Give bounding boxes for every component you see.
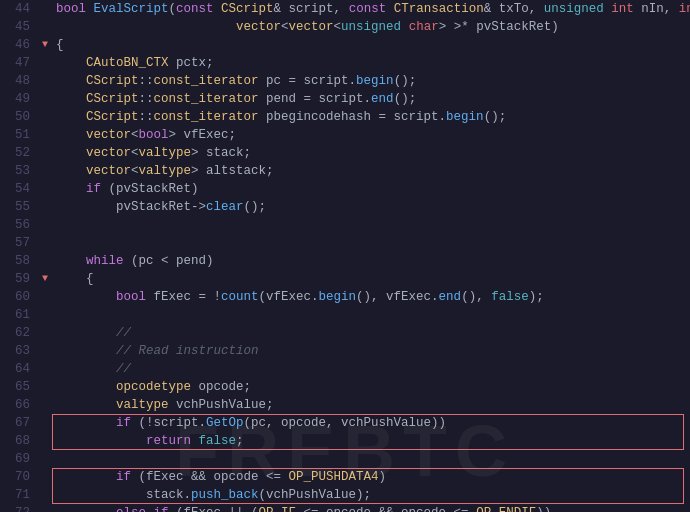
token bbox=[56, 254, 86, 268]
token: while bbox=[86, 254, 124, 268]
line-content: // Read instruction bbox=[52, 342, 690, 360]
token: vector bbox=[289, 20, 334, 34]
line-content: opcodetype opcode; bbox=[52, 378, 690, 396]
line-number: 48 bbox=[0, 72, 38, 90]
table-row: 48 CScript::const_iterator pc = script.b… bbox=[0, 72, 690, 90]
token: :: bbox=[139, 74, 154, 88]
table-row: 46▼{ bbox=[0, 36, 690, 54]
line-content bbox=[52, 450, 690, 468]
token: begin bbox=[319, 290, 357, 304]
token: // Read instruction bbox=[116, 344, 259, 358]
line-number: 47 bbox=[0, 54, 38, 72]
token bbox=[56, 182, 86, 196]
line-number: 45 bbox=[0, 18, 38, 36]
line-number: 69 bbox=[0, 450, 38, 468]
token: vchPushValue; bbox=[169, 398, 274, 412]
table-row: 63 // Read instruction bbox=[0, 342, 690, 360]
line-number: 46 bbox=[0, 36, 38, 54]
line-content: // bbox=[52, 324, 690, 342]
table-row: 57 bbox=[0, 234, 690, 252]
token: opcode; bbox=[191, 380, 251, 394]
line-content: vector<bool> vfExec; bbox=[52, 126, 690, 144]
token: false bbox=[199, 434, 237, 448]
token: :: bbox=[139, 92, 154, 106]
line-number: 49 bbox=[0, 90, 38, 108]
token: OP_ENDIF bbox=[476, 506, 536, 512]
table-row: 50 CScript::const_iterator pbegincodehas… bbox=[0, 108, 690, 126]
table-row: 53 vector<valtype> altstack; bbox=[0, 162, 690, 180]
line-number: 54 bbox=[0, 180, 38, 198]
line-content bbox=[52, 216, 690, 234]
token: vector bbox=[86, 128, 131, 142]
token: valtype bbox=[139, 146, 192, 160]
token: if bbox=[116, 470, 131, 484]
token: ; bbox=[236, 434, 244, 448]
token: unsigned bbox=[544, 2, 604, 16]
line-content: CScript::const_iterator pend = script.en… bbox=[52, 90, 690, 108]
token: const_iterator bbox=[154, 74, 259, 88]
token: (pc, opcode, vchPushValue)) bbox=[244, 416, 447, 430]
token bbox=[56, 506, 116, 512]
token: CScript bbox=[221, 2, 274, 16]
token: (); bbox=[394, 74, 417, 88]
token bbox=[56, 128, 86, 142]
token: CScript bbox=[86, 92, 139, 106]
gutter-icon: ▼ bbox=[38, 270, 52, 288]
token: (pvStackRet) bbox=[101, 182, 199, 196]
token: const bbox=[349, 2, 387, 16]
token: return bbox=[146, 434, 191, 448]
token: (); bbox=[394, 92, 417, 106]
token: { bbox=[56, 38, 64, 52]
table-row: 66 valtype vchPushValue; bbox=[0, 396, 690, 414]
token: push_back bbox=[191, 488, 259, 502]
token: (fExec && opcode <= bbox=[131, 470, 289, 484]
token: < bbox=[131, 128, 139, 142]
token: OP_IF bbox=[259, 506, 297, 512]
token: opcodetype bbox=[116, 380, 191, 394]
line-number: 59 bbox=[0, 270, 38, 288]
lines-container: 44bool EvalScript(const CScript& script,… bbox=[0, 0, 690, 512]
token: > vfExec; bbox=[169, 128, 237, 142]
table-row: 61 bbox=[0, 306, 690, 324]
gutter-icon: ▼ bbox=[38, 36, 52, 54]
token: const_iterator bbox=[154, 110, 259, 124]
token bbox=[56, 380, 116, 394]
line-content: vector<valtype> stack; bbox=[52, 144, 690, 162]
token: vector bbox=[236, 20, 281, 34]
table-row: 64 // bbox=[0, 360, 690, 378]
line-content: else if (fExec || (OP_IF <= opcode && op… bbox=[52, 504, 690, 512]
token: end bbox=[439, 290, 462, 304]
token: (fExec || ( bbox=[169, 506, 259, 512]
line-number: 67 bbox=[0, 414, 38, 432]
token: (); bbox=[484, 110, 507, 124]
token: pend = script. bbox=[259, 92, 372, 106]
token: valtype bbox=[116, 398, 169, 412]
line-content: vector<vector<unsigned char> >* pvStackR… bbox=[52, 18, 690, 36]
table-row: 60 bool fExec = !count(vfExec.begin(), v… bbox=[0, 288, 690, 306]
table-row: 47 CAutoBN_CTX pctx; bbox=[0, 54, 690, 72]
token: < bbox=[281, 20, 289, 34]
line-number: 53 bbox=[0, 162, 38, 180]
line-content: if (!script.GetOp(pc, opcode, vchPushVal… bbox=[52, 414, 690, 432]
token bbox=[386, 2, 394, 16]
token: pc = script. bbox=[259, 74, 357, 88]
token: vector bbox=[86, 146, 131, 160]
token: bool bbox=[116, 290, 146, 304]
token: const_iterator bbox=[154, 92, 259, 106]
line-content: if (pvStackRet) bbox=[52, 180, 690, 198]
token bbox=[191, 434, 199, 448]
token bbox=[56, 416, 116, 430]
table-row: 65 opcodetype opcode; bbox=[0, 378, 690, 396]
line-number: 63 bbox=[0, 342, 38, 360]
token bbox=[56, 92, 86, 106]
token: CAutoBN_CTX bbox=[86, 56, 169, 70]
line-content: pvStackRet->clear(); bbox=[52, 198, 690, 216]
token bbox=[56, 362, 116, 376]
token: EvalScript bbox=[94, 2, 169, 16]
token: > stack; bbox=[191, 146, 251, 160]
token bbox=[56, 398, 116, 412]
code-content: 44bool EvalScript(const CScript& script,… bbox=[0, 0, 690, 512]
token: { bbox=[56, 272, 94, 286]
token: (), vfExec. bbox=[356, 290, 439, 304]
token: (); bbox=[244, 200, 267, 214]
